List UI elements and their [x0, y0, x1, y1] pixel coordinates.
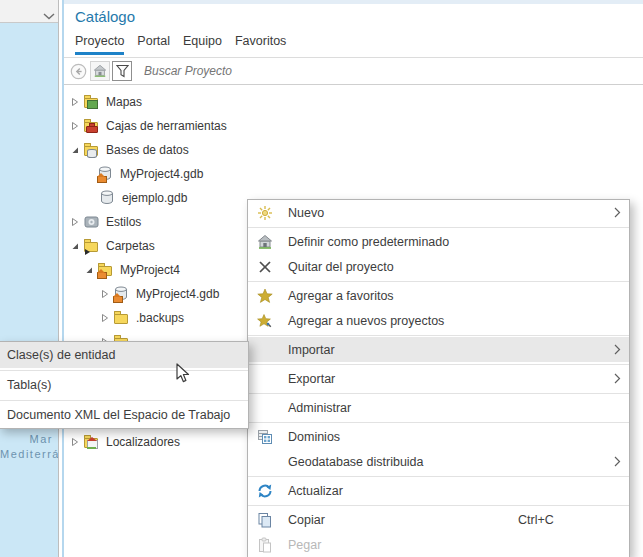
- submenu-arrow-icon: [614, 373, 621, 387]
- search-input[interactable]: [142, 63, 643, 79]
- styles-icon: [84, 214, 100, 230]
- submenu-item-documento-xml[interactable]: Documento XML del Espacio de Trabajo: [0, 402, 248, 428]
- menu-item-administrar[interactable]: Administrar: [248, 395, 629, 420]
- databases-folder-icon: [84, 142, 100, 158]
- expander-expanded-icon[interactable]: [84, 265, 94, 275]
- geodatabase-default-icon: [98, 166, 114, 182]
- star-icon: [255, 288, 275, 304]
- paste-icon: [255, 537, 275, 553]
- submenu-item-clases-de-entidad[interactable]: Clase(s) de entidad: [0, 342, 248, 368]
- expander-expanded-icon[interactable]: [70, 241, 80, 251]
- map-sea-label: Mar Mediterrá: [0, 432, 53, 462]
- home-button[interactable]: [90, 61, 110, 81]
- home-folder-icon: [98, 262, 114, 278]
- tab-proyecto[interactable]: Proyecto: [75, 34, 124, 55]
- menu-separator: [0, 400, 248, 401]
- ribbon-edge: [0, 0, 58, 23]
- folder-connections-icon: [84, 238, 100, 254]
- menu-separator: [248, 364, 629, 365]
- folder-icon: [114, 310, 130, 326]
- toolboxes-folder-icon: [84, 118, 100, 134]
- menu-item-agregar-a-favoritos[interactable]: Agregar a favoritos: [248, 283, 629, 308]
- menu-item-dominios[interactable]: Dominios: [248, 424, 629, 449]
- back-button[interactable]: [68, 61, 88, 81]
- domains-icon: [255, 429, 275, 445]
- filter-icon: [116, 64, 129, 78]
- home-icon: [93, 64, 107, 78]
- star-pin-icon: [255, 313, 275, 329]
- menu-item-exportar[interactable]: Exportar: [248, 366, 629, 391]
- submenu-arrow-icon: [614, 344, 621, 358]
- expander-collapsed-icon[interactable]: [70, 217, 80, 227]
- menu-item-quitar-del-proyecto[interactable]: Quitar del proyecto: [248, 254, 629, 279]
- menu-item-actualizar[interactable]: Actualizar: [248, 478, 629, 503]
- menu-separator: [248, 393, 629, 394]
- menu-separator: [248, 476, 629, 477]
- remove-x-icon: [255, 260, 275, 274]
- home-default-icon: [255, 234, 275, 250]
- menu-item-definir-predeterminado[interactable]: Definir como predeterminado: [248, 229, 629, 254]
- tree-item-bases-de-datos[interactable]: Bases de datos: [64, 138, 643, 162]
- menu-item-agregar-a-nuevos-proyectos[interactable]: Agregar a nuevos proyectos: [248, 308, 629, 333]
- expander-collapsed-icon[interactable]: [70, 437, 80, 447]
- expander-collapsed-icon[interactable]: [100, 289, 110, 299]
- context-menu: Nuevo Definir como predeterminado Quitar…: [247, 199, 630, 557]
- expander-collapsed-icon[interactable]: [70, 121, 80, 131]
- shortcut-label: Ctrl+C: [518, 513, 554, 527]
- submenu-arrow-icon: [614, 207, 621, 221]
- map-view-strip[interactable]: Mar Mediterrá: [0, 0, 58, 557]
- tree-item-mapas[interactable]: Mapas: [64, 90, 643, 114]
- menu-item-pegar: Pegar: [248, 532, 629, 557]
- locators-folder-icon: [84, 434, 100, 450]
- maps-folder-icon: [84, 94, 100, 110]
- menu-separator: [248, 227, 629, 228]
- menu-separator: [248, 505, 629, 506]
- tab-equipo[interactable]: Equipo: [183, 34, 222, 55]
- filter-button[interactable]: [112, 61, 132, 81]
- new-sun-icon: [255, 205, 275, 221]
- expander-collapsed-icon[interactable]: [100, 313, 110, 323]
- pane-top-edge: [64, 0, 643, 4]
- search-bar: [64, 57, 643, 85]
- menu-separator: [248, 422, 629, 423]
- geodatabase-icon: [100, 190, 116, 206]
- page-title: Catálogo: [75, 8, 135, 25]
- catalog-tabs: Proyecto Portal Equipo Favoritos: [75, 34, 286, 55]
- menu-separator: [248, 335, 629, 336]
- back-icon: [70, 63, 87, 80]
- menu-item-geodatabase-distribuida[interactable]: Geodatabase distribuida: [248, 449, 629, 474]
- expander-collapsed-icon[interactable]: [70, 97, 80, 107]
- chevron-down-icon[interactable]: [43, 6, 55, 24]
- menu-item-copiar[interactable]: Copiar Ctrl+C: [248, 507, 629, 532]
- refresh-icon: [255, 483, 275, 499]
- expander-expanded-icon[interactable]: [70, 145, 80, 155]
- geodatabase-default-icon: [114, 286, 130, 302]
- copy-icon: [255, 512, 275, 528]
- tab-portal[interactable]: Portal: [137, 34, 170, 55]
- menu-separator: [0, 370, 248, 371]
- submenu-item-tablas[interactable]: Tabla(s): [0, 372, 248, 398]
- menu-item-importar[interactable]: Importar: [248, 337, 629, 362]
- submenu-arrow-icon: [614, 456, 621, 470]
- map-water[interactable]: [0, 23, 58, 557]
- tree-item-myproject4-gdb[interactable]: MyProject4.gdb: [64, 162, 643, 186]
- menu-separator: [248, 281, 629, 282]
- tab-favoritos[interactable]: Favoritos: [235, 34, 286, 55]
- mouse-cursor: [176, 363, 192, 389]
- menu-item-nuevo[interactable]: Nuevo: [248, 200, 629, 225]
- tree-item-cajas-de-herramientas[interactable]: Cajas de herramientas: [64, 114, 643, 138]
- importar-submenu: Clase(s) de entidad Tabla(s) Documento X…: [0, 341, 249, 429]
